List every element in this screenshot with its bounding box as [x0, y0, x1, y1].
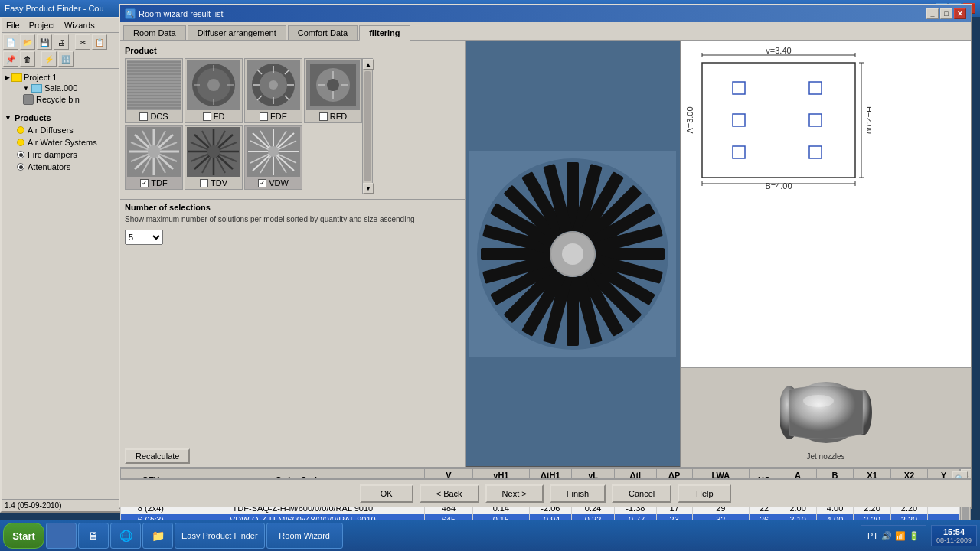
svg-point-36: [148, 145, 160, 158]
taskbar-separator: [46, 523, 77, 549]
num-selections-desc: Show maximum number of solutions per mod…: [125, 215, 460, 223]
tree-recycle[interactable]: Recycle bin: [5, 93, 118, 106]
product-cell-tdf[interactable]: TDF: [125, 125, 183, 190]
taskbar-time: 15:54: [943, 527, 965, 536]
menu-wizards[interactable]: Wizards: [61, 20, 98, 31]
tab-diffuser-arrangement[interactable]: Diffuser arrangement: [188, 25, 286, 40]
products-title: ▼ Products: [2, 112, 121, 124]
product-cell-fde[interactable]: FDE: [244, 58, 302, 123]
svg-point-20: [327, 79, 339, 91]
num-selections-label: Number of selections: [125, 203, 460, 212]
tb-print[interactable]: 🖨: [54, 34, 69, 50]
tb-copy[interactable]: 📋: [92, 34, 107, 50]
svg-point-110: [803, 395, 834, 407]
tb-wizard[interactable]: ⚡: [41, 51, 57, 67]
tab-room-data[interactable]: Room Data: [123, 25, 186, 40]
diffuser-image: [469, 151, 676, 357]
product-cell-dcs[interactable]: DCS: [125, 58, 183, 123]
tab-comfort-data[interactable]: Comfort Data: [288, 25, 358, 40]
product-fire-dampers[interactable]: Fire dampers: [2, 148, 121, 161]
checkbox-rfd[interactable]: [319, 112, 328, 121]
tb-cut[interactable]: ✂: [75, 34, 90, 50]
schematic-panel: v=3.40 H=2.00 B=4.00 A=3.00: [681, 41, 971, 367]
ok-button[interactable]: OK: [360, 484, 413, 503]
system-tray: PT 🔊 📶 🔋: [861, 525, 926, 546]
svg-point-46: [207, 145, 220, 158]
svg-point-17: [269, 80, 278, 90]
product-cell-vdw[interactable]: VDW: [244, 125, 302, 190]
tb-sep2: [37, 51, 40, 67]
num-select[interactable]: 5 3 4 6 7 8 10: [125, 230, 163, 245]
svg-rect-104: [809, 114, 822, 126]
scroll-up[interactable]: ▲: [363, 59, 374, 70]
svg-point-86: [562, 243, 583, 265]
tab-filtering[interactable]: filtering: [359, 25, 410, 41]
product-air-water[interactable]: Air Water Systems: [2, 136, 121, 148]
next-button[interactable]: Next >: [485, 484, 544, 503]
svg-point-56: [268, 146, 279, 157]
recalculate-button[interactable]: Recalculate: [125, 448, 190, 464]
checkbox-tdf[interactable]: [140, 179, 149, 187]
svg-text:H=2.00: H=2.00: [865, 106, 871, 134]
start-button[interactable]: Start: [3, 523, 44, 549]
help-button[interactable]: Help: [678, 484, 731, 503]
wizard-maximize[interactable]: □: [940, 8, 952, 19]
tb-sep1: [70, 34, 74, 50]
taskbar-epf[interactable]: Easy Product Finder: [175, 523, 265, 549]
tree-project[interactable]: ▶ Project 1: [5, 72, 118, 83]
svg-text:B=4.00: B=4.00: [765, 181, 792, 189]
finish-button[interactable]: Finish: [550, 484, 606, 503]
taskbar-wizard[interactable]: Room Wizard: [266, 523, 343, 549]
svg-rect-102: [809, 82, 822, 94]
checkbox-tdv[interactable]: [200, 179, 208, 187]
product-section-label: Product: [125, 46, 460, 55]
tb-delete[interactable]: 🗑: [20, 51, 35, 67]
svg-text:v=3.40: v=3.40: [766, 47, 791, 55]
product-cell-fd[interactable]: FD: [185, 58, 243, 123]
checkbox-dcs[interactable]: [139, 112, 148, 121]
tb-save[interactable]: 💾: [37, 34, 52, 50]
jet-nozzle-label: Jet nozzles: [806, 452, 844, 461]
tb-calc[interactable]: 🔢: [58, 51, 74, 67]
checkbox-vdw[interactable]: [258, 179, 266, 187]
product-scrollbar[interactable]: ▲ ▼: [362, 58, 373, 194]
scroll-down[interactable]: ▼: [363, 183, 374, 194]
taskbar-date: 08-11-2009: [936, 536, 972, 544]
svg-rect-101: [733, 82, 745, 94]
checkbox-fde[interactable]: [260, 112, 268, 121]
taskbar-quicklaunch: 🖥 🌐 📁: [78, 523, 173, 549]
menu-file[interactable]: File: [3, 20, 23, 31]
back-button[interactable]: < Back: [420, 484, 479, 503]
product-cell-tdv[interactable]: TDV: [185, 125, 243, 190]
show-desktop-btn[interactable]: 🖥: [78, 523, 109, 549]
tb-new[interactable]: 📄: [3, 34, 18, 50]
explorer-btn[interactable]: 📁: [142, 523, 173, 549]
ie-btn[interactable]: 🌐: [110, 523, 141, 549]
epf-status: 1.4 (05-09-2010): [2, 499, 121, 511]
product-cell-rfd[interactable]: RFD: [304, 58, 362, 123]
svg-point-6: [207, 79, 220, 91]
cancel-button[interactable]: Cancel: [612, 484, 671, 503]
tb-paste[interactable]: 📌: [3, 51, 18, 67]
wizard-close[interactable]: ✕: [954, 8, 966, 19]
schematic-svg: v=3.40 H=2.00 B=4.00 A=3.00: [687, 47, 871, 189]
menu-project[interactable]: Project: [26, 20, 58, 31]
wizard-title: Room wizard result list: [139, 9, 224, 18]
jet-nozzle-panel: Jet nozzles: [681, 367, 971, 467]
svg-rect-87: [702, 63, 855, 178]
checkbox-fd[interactable]: [203, 112, 211, 121]
product-attenuators[interactable]: Attenuators: [2, 161, 121, 173]
tb-open[interactable]: 📂: [20, 34, 35, 50]
product-air-diffusers[interactable]: Air Diffusers: [2, 124, 121, 136]
jet-nozzle-image: [780, 374, 872, 451]
svg-rect-103: [733, 114, 745, 126]
svg-text:A=3.00: A=3.00: [687, 106, 694, 133]
tree-sala[interactable]: ▼ Sala.000: [5, 83, 118, 93]
wizard-minimize[interactable]: _: [926, 8, 939, 19]
bg-app-title: Easy Product Finder - Cou: [5, 4, 104, 13]
svg-rect-105: [733, 146, 745, 158]
svg-rect-106: [809, 146, 822, 158]
